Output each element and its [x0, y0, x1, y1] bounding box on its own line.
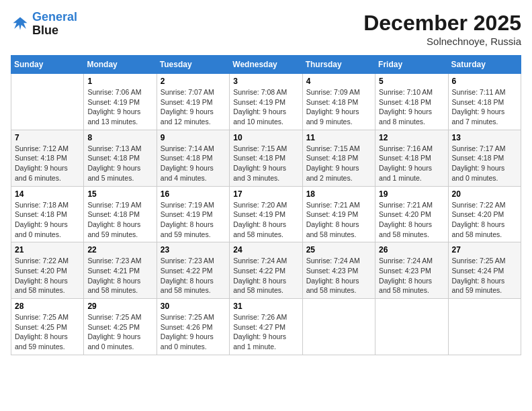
- day-cell: [375, 299, 448, 355]
- week-row-3: 14Sunrise: 7:18 AM Sunset: 4:18 PM Dayli…: [11, 186, 521, 242]
- day-number: 22: [87, 245, 152, 255]
- day-number: 31: [233, 302, 298, 311]
- day-info: Sunrise: 7:13 AM Sunset: 4:18 PM Dayligh…: [87, 144, 152, 183]
- day-info: Sunrise: 7:06 AM Sunset: 4:19 PM Dayligh…: [87, 87, 152, 127]
- day-cell: 12Sunrise: 7:16 AM Sunset: 4:18 PM Dayli…: [375, 130, 448, 186]
- logo-text: GeneralBlue: [32, 11, 77, 38]
- day-info: Sunrise: 7:17 AM Sunset: 4:18 PM Dayligh…: [452, 144, 517, 183]
- weekday-header-thursday: Thursday: [302, 56, 375, 74]
- day-cell: 23Sunrise: 7:23 AM Sunset: 4:22 PM Dayli…: [157, 242, 229, 299]
- day-info: Sunrise: 7:25 AM Sunset: 4:24 PM Dayligh…: [452, 256, 517, 295]
- day-cell: 17Sunrise: 7:20 AM Sunset: 4:19 PM Dayli…: [230, 186, 302, 242]
- day-cell: 21Sunrise: 7:22 AM Sunset: 4:20 PM Dayli…: [11, 242, 84, 299]
- day-info: Sunrise: 7:16 AM Sunset: 4:18 PM Dayligh…: [379, 144, 444, 183]
- day-number: 14: [15, 189, 80, 199]
- day-info: Sunrise: 7:26 AM Sunset: 4:27 PM Dayligh…: [233, 312, 298, 352]
- day-cell: 15Sunrise: 7:19 AM Sunset: 4:18 PM Dayli…: [84, 186, 157, 242]
- location: Solnechnoye, Russia: [363, 36, 521, 47]
- day-number: 11: [306, 133, 371, 142]
- day-info: Sunrise: 7:15 AM Sunset: 4:18 PM Dayligh…: [306, 144, 371, 183]
- day-number: 1: [87, 77, 152, 86]
- day-info: Sunrise: 7:25 AM Sunset: 4:25 PM Dayligh…: [87, 312, 152, 352]
- weekday-header-tuesday: Tuesday: [157, 56, 229, 74]
- day-cell: 7Sunrise: 7:12 AM Sunset: 4:18 PM Daylig…: [11, 130, 84, 186]
- day-cell: 19Sunrise: 7:21 AM Sunset: 4:20 PM Dayli…: [375, 186, 448, 242]
- day-cell: 25Sunrise: 7:24 AM Sunset: 4:23 PM Dayli…: [302, 242, 375, 299]
- logo-icon: [11, 15, 30, 34]
- month-title: December 2025: [363, 11, 521, 36]
- day-number: 2: [161, 77, 226, 86]
- day-cell: 13Sunrise: 7:17 AM Sunset: 4:18 PM Dayli…: [448, 130, 521, 186]
- day-info: Sunrise: 7:09 AM Sunset: 4:18 PM Dayligh…: [306, 87, 371, 127]
- day-cell: 24Sunrise: 7:24 AM Sunset: 4:22 PM Dayli…: [230, 242, 302, 299]
- page-header: GeneralBlue December 2025 Solnechnoye, R…: [11, 11, 521, 47]
- day-number: 25: [306, 245, 371, 255]
- day-cell: 9Sunrise: 7:14 AM Sunset: 4:18 PM Daylig…: [157, 130, 229, 186]
- week-row-1: 1Sunrise: 7:06 AM Sunset: 4:19 PM Daylig…: [11, 74, 521, 130]
- day-info: Sunrise: 7:08 AM Sunset: 4:19 PM Dayligh…: [233, 87, 298, 127]
- day-number: 24: [233, 245, 298, 255]
- svg-marker-0: [13, 17, 28, 30]
- day-info: Sunrise: 7:23 AM Sunset: 4:21 PM Dayligh…: [87, 256, 152, 295]
- day-cell: 8Sunrise: 7:13 AM Sunset: 4:18 PM Daylig…: [84, 130, 157, 186]
- day-info: Sunrise: 7:12 AM Sunset: 4:18 PM Dayligh…: [15, 144, 80, 183]
- day-cell: 29Sunrise: 7:25 AM Sunset: 4:25 PM Dayli…: [84, 299, 157, 355]
- day-number: 5: [379, 77, 444, 86]
- day-info: Sunrise: 7:10 AM Sunset: 4:18 PM Dayligh…: [379, 87, 444, 127]
- day-info: Sunrise: 7:15 AM Sunset: 4:18 PM Dayligh…: [233, 144, 298, 183]
- day-info: Sunrise: 7:21 AM Sunset: 4:20 PM Dayligh…: [379, 200, 444, 240]
- day-number: 19: [379, 189, 444, 199]
- day-info: Sunrise: 7:22 AM Sunset: 4:20 PM Dayligh…: [452, 200, 517, 240]
- day-info: Sunrise: 7:14 AM Sunset: 4:18 PM Dayligh…: [161, 144, 226, 183]
- day-number: 8: [87, 133, 152, 142]
- day-cell: 11Sunrise: 7:15 AM Sunset: 4:18 PM Dayli…: [302, 130, 375, 186]
- day-info: Sunrise: 7:20 AM Sunset: 4:19 PM Dayligh…: [233, 200, 298, 240]
- day-cell: 18Sunrise: 7:21 AM Sunset: 4:19 PM Dayli…: [302, 186, 375, 242]
- day-cell: 1Sunrise: 7:06 AM Sunset: 4:19 PM Daylig…: [84, 74, 157, 130]
- day-number: 26: [379, 245, 444, 255]
- day-number: 27: [452, 245, 517, 255]
- week-row-5: 28Sunrise: 7:25 AM Sunset: 4:25 PM Dayli…: [11, 299, 521, 355]
- weekday-header-row: SundayMondayTuesdayWednesdayThursdayFrid…: [11, 56, 521, 74]
- day-cell: 10Sunrise: 7:15 AM Sunset: 4:18 PM Dayli…: [230, 130, 302, 186]
- day-number: 12: [379, 133, 444, 142]
- day-cell: 2Sunrise: 7:07 AM Sunset: 4:19 PM Daylig…: [157, 74, 229, 130]
- day-cell: 3Sunrise: 7:08 AM Sunset: 4:19 PM Daylig…: [230, 74, 302, 130]
- day-cell: 5Sunrise: 7:10 AM Sunset: 4:18 PM Daylig…: [375, 74, 448, 130]
- day-number: 29: [87, 302, 152, 311]
- day-cell: 22Sunrise: 7:23 AM Sunset: 4:21 PM Dayli…: [84, 242, 157, 299]
- day-info: Sunrise: 7:24 AM Sunset: 4:23 PM Dayligh…: [306, 256, 371, 295]
- day-info: Sunrise: 7:23 AM Sunset: 4:22 PM Dayligh…: [161, 256, 226, 295]
- day-cell: 16Sunrise: 7:19 AM Sunset: 4:19 PM Dayli…: [157, 186, 229, 242]
- day-info: Sunrise: 7:18 AM Sunset: 4:18 PM Dayligh…: [15, 200, 80, 240]
- weekday-header-sunday: Sunday: [11, 56, 84, 74]
- day-cell: 28Sunrise: 7:25 AM Sunset: 4:25 PM Dayli…: [11, 299, 84, 355]
- day-number: 18: [306, 189, 371, 199]
- day-number: 9: [161, 133, 226, 142]
- day-number: 28: [15, 302, 80, 311]
- day-number: 7: [15, 133, 80, 142]
- weekday-header-wednesday: Wednesday: [230, 56, 302, 74]
- week-row-2: 7Sunrise: 7:12 AM Sunset: 4:18 PM Daylig…: [11, 130, 521, 186]
- weekday-header-monday: Monday: [84, 56, 157, 74]
- day-number: 20: [452, 189, 517, 199]
- day-cell: 20Sunrise: 7:22 AM Sunset: 4:20 PM Dayli…: [448, 186, 521, 242]
- day-cell: [448, 299, 521, 355]
- day-cell: 27Sunrise: 7:25 AM Sunset: 4:24 PM Dayli…: [448, 242, 521, 299]
- day-info: Sunrise: 7:21 AM Sunset: 4:19 PM Dayligh…: [306, 200, 371, 240]
- day-info: Sunrise: 7:25 AM Sunset: 4:26 PM Dayligh…: [161, 312, 226, 352]
- day-number: 13: [452, 133, 517, 142]
- day-cell: 26Sunrise: 7:24 AM Sunset: 4:23 PM Dayli…: [375, 242, 448, 299]
- day-cell: [11, 74, 84, 130]
- day-number: 23: [161, 245, 226, 255]
- day-number: 17: [233, 189, 298, 199]
- logo: GeneralBlue: [11, 11, 77, 38]
- day-number: 16: [161, 189, 226, 199]
- weekday-header-friday: Friday: [375, 56, 448, 74]
- day-number: 15: [87, 189, 152, 199]
- day-info: Sunrise: 7:24 AM Sunset: 4:23 PM Dayligh…: [379, 256, 444, 295]
- week-row-4: 21Sunrise: 7:22 AM Sunset: 4:20 PM Dayli…: [11, 242, 521, 299]
- day-number: 10: [233, 133, 298, 142]
- day-cell: 31Sunrise: 7:26 AM Sunset: 4:27 PM Dayli…: [230, 299, 302, 355]
- day-info: Sunrise: 7:24 AM Sunset: 4:22 PM Dayligh…: [233, 256, 298, 295]
